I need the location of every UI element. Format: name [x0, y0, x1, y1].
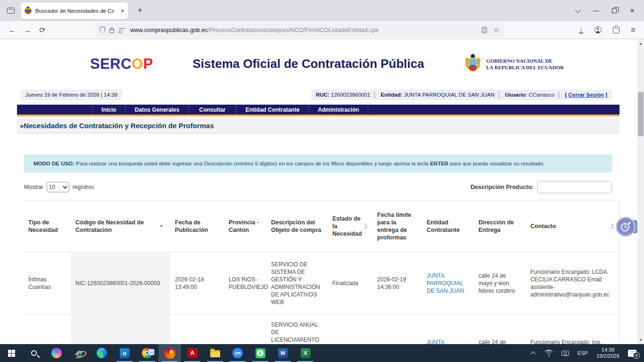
logout-link[interactable]: Cerrar Sesión [569, 92, 604, 98]
taskbar-outlook-button[interactable]: o [113, 344, 136, 362]
table-controls: Mostrar 10 registros Descripción Product… [17, 180, 619, 194]
header-provincia[interactable]: Provincia - Cantón [224, 219, 266, 234]
cell-descripcion: SERVICIO DE SISTEMA DE GESTIÓN Y ADMINIS… [266, 252, 328, 314]
taskbar-kanban-button[interactable]: k [249, 344, 272, 362]
product-description-input[interactable] [537, 181, 612, 193]
tray-time: 14:38 [596, 347, 619, 353]
tray-chevron-button[interactable] [528, 344, 540, 362]
list-tabs-icon[interactable] [575, 7, 581, 13]
cell-entidad: JUNTA PARROQUIAL DE SAN JUAN [422, 315, 474, 344]
tray-network-button[interactable] [540, 344, 557, 362]
window-minimize-button[interactable]: — [593, 7, 599, 14]
cell-contacto: Funcionario Encargado: Ing. Paola Santil… [526, 315, 619, 344]
taskbar-zoom-button[interactable]: zm [226, 344, 249, 362]
taskbar-search-button[interactable] [23, 344, 45, 362]
floating-timer-widget[interactable] [616, 217, 636, 237]
header-contacto[interactable]: Contacto [526, 222, 619, 230]
header-provincia-label: Provincia - Cantón [229, 219, 262, 234]
usage-bold: MODO DE USO: [33, 161, 74, 166]
nav-item-datos-generales[interactable]: Datos Generales [125, 105, 189, 115]
app-menu-icon[interactable]: ≡ [631, 25, 636, 35]
sort-carets-icon [364, 223, 368, 229]
taskbar-firefox-button[interactable] [158, 344, 181, 362]
cell-provincia: LOS RIOS - PUEBLOVIEJO [224, 315, 266, 344]
clock-widget[interactable]: 14:3819/2/2026 [592, 344, 624, 362]
firefox-view-glyph [7, 8, 15, 14]
header-fecha-publicacion[interactable]: Fecha de Publicación [170, 219, 224, 234]
header-estado-label: Estado de la Necesidad [332, 215, 364, 238]
info-bar: Jueves 19 de Febrero de 2026 | 14:38 RUC… [17, 89, 619, 101]
downloads-icon[interactable]: ↓ [579, 26, 583, 33]
extensions-icon[interactable] [613, 27, 619, 33]
permissions-icon[interactable] [119, 28, 125, 33]
header-fecha-limite-label: Fecha límite para la entrega de proforma… [377, 211, 417, 241]
bookmark-star-icon[interactable]: ☆ [494, 26, 500, 34]
clock-icon[interactable] [616, 217, 636, 237]
notification-badge: 6 [633, 352, 640, 359]
tracking-shield-icon[interactable] [100, 27, 105, 33]
language-indicator[interactable]: ESP [573, 344, 592, 362]
window-close-button[interactable]: × [630, 8, 635, 13]
header-contacto-label: Contacto [530, 222, 556, 230]
window-restore-button[interactable] [612, 8, 617, 13]
header-fecha-publicacion-label: Fecha de Publicación [175, 219, 219, 234]
lock-icon[interactable] [109, 29, 114, 33]
url-bar[interactable]: www.compraspublicas.gob.ec/ProcesoContra… [95, 23, 504, 37]
notification-center-button[interactable]: 6 [624, 344, 644, 362]
table-row: Ínfimas Cuantías NIC-1260023860001-2026-… [24, 252, 619, 315]
page-scrollbar[interactable]: ▲ ▼ [637, 39, 644, 344]
entidad-link[interactable]: JUNTA PARROQUIAL DE SAN JUAN [427, 338, 469, 344]
taskbar-explorer-button[interactable] [204, 344, 226, 362]
entidad-link[interactable]: JUNTA PARROQUIAL DE SAN JUAN [427, 272, 469, 295]
outlook-icon: o [120, 348, 130, 358]
file-explorer-icon [210, 350, 220, 357]
word-icon: W [278, 348, 288, 358]
cell-tipo: Ínfimas Cuantías [24, 315, 71, 344]
taskbar-chrome-button[interactable] [136, 344, 158, 362]
scroll-down-icon[interactable]: ▼ [637, 337, 644, 343]
header-descripcion[interactable]: Descripción del Objeto de compra [266, 219, 328, 234]
header-fecha-limite[interactable]: Fecha límite para la entrega de proforma… [372, 211, 422, 241]
records-per-page-select[interactable]: 10 [47, 182, 69, 192]
reader-mode-icon[interactable] [482, 27, 487, 33]
header-direccion[interactable]: Dirección de Entrega [474, 219, 526, 234]
header-tipo[interactable]: Tipo de Necesidad [24, 219, 71, 234]
nav-item-entidad-contratante[interactable]: Entidad Contratante [236, 105, 309, 115]
logout-open: [ [565, 92, 569, 98]
new-tab-button[interactable]: + [134, 6, 146, 16]
ruc-label: RUC: [316, 92, 330, 98]
k-app-icon: k [256, 348, 265, 358]
taskbar-edge-button[interactable] [91, 344, 113, 362]
ecuador-coat-of-arms-icon [463, 52, 482, 76]
cell-fecha-publicacion: 2026-02-18 13:49:00 [170, 252, 224, 314]
sort-desc-icon: ▼ [159, 222, 165, 230]
forward-button[interactable]: → [20, 26, 35, 34]
taskbar-word-button[interactable]: W [272, 344, 294, 362]
back-button[interactable]: ← [5, 26, 20, 34]
header-codigo[interactable]: Código de Necesidad de Contratación▼ [71, 219, 170, 234]
taskbar-excel-button[interactable]: X [294, 344, 317, 362]
profile-badge-icon [148, 349, 155, 355]
tab-close-icon[interactable]: × [121, 7, 124, 15]
nav-item-administracion[interactable]: Administración [309, 105, 368, 115]
firefox-view-icon[interactable] [4, 4, 18, 17]
nav-item-consultar[interactable]: Consultar [189, 105, 236, 115]
header-estado[interactable]: Estado de la Necesidad [328, 215, 372, 238]
edge-icon [97, 348, 107, 358]
scroll-up-icon[interactable]: ▲ [637, 40, 644, 47]
scrollbar-thumb[interactable] [638, 92, 644, 136]
logout-close: ] [604, 92, 607, 98]
nav-item-inicio[interactable]: Inicio [92, 105, 125, 115]
account-icon[interactable] [594, 26, 602, 33]
browser-tab[interactable]: Buscador de Necesidades de Cc × [21, 2, 128, 19]
header-entidad[interactable]: Entidad Contratante [422, 219, 474, 234]
government-line1: GOBIERNO NACIONAL DE [486, 58, 564, 64]
taskbar-acrobat-button[interactable]: A [181, 344, 204, 362]
start-button[interactable] [0, 344, 23, 362]
copilot-icon [51, 348, 62, 358]
usage-enter: ENTER [430, 161, 448, 166]
tray-meet-button[interactable] [557, 344, 573, 362]
reload-button[interactable]: ⟳ [35, 25, 50, 34]
taskbar-copilot-button[interactable] [45, 344, 68, 362]
taskbar-ie-button[interactable]: e [68, 344, 91, 362]
